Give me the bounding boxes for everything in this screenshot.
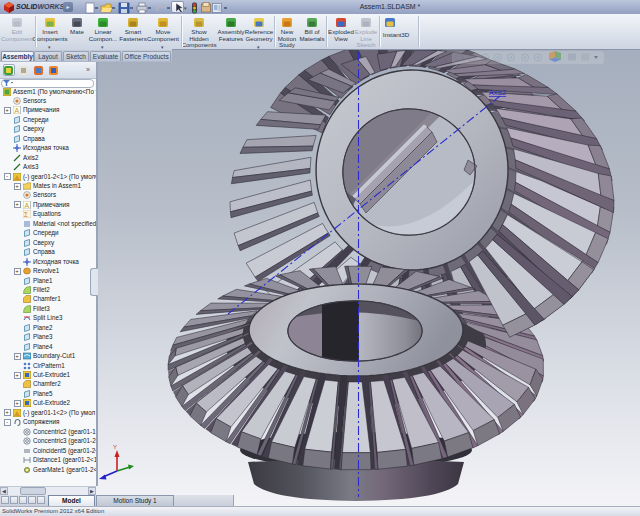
svg-text:A: A: [15, 107, 20, 114]
svg-text:Y: Y: [113, 444, 117, 450]
svg-text:Axis2: Axis2: [489, 89, 506, 96]
svg-text:Σ: Σ: [24, 211, 28, 218]
svg-text:A: A: [25, 201, 30, 208]
